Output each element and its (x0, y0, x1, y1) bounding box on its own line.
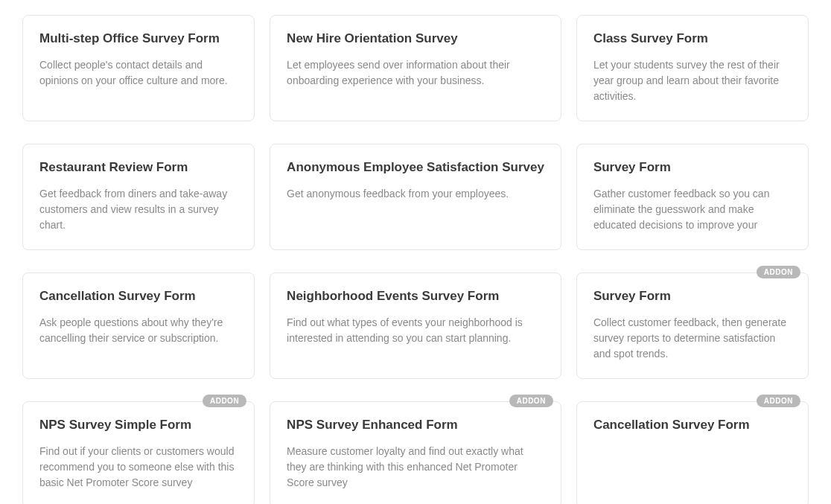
template-card[interactable]: Survey Form Gather customer feedback so … (576, 144, 809, 250)
template-card[interactable]: Cancellation Survey Form Ask people ques… (22, 272, 255, 379)
template-card-title: Anonymous Employee Satisfaction Survey (287, 159, 544, 176)
template-card-title: Class Survey Form (593, 31, 792, 47)
template-card-title: Cancellation Survey Form (39, 288, 238, 304)
template-card[interactable]: ADDON NPS Survey Enhanced Form Measure c… (270, 401, 561, 504)
addon-badge: ADDON (509, 395, 553, 407)
template-card[interactable]: Multi-step Office Survey Form Collect pe… (22, 15, 255, 121)
template-card-title: NPS Survey Simple Form (39, 417, 238, 433)
template-card-desc: Ask people questions about why they're c… (39, 315, 238, 346)
addon-badge: ADDON (757, 266, 800, 278)
template-card[interactable]: ADDON Cancellation Survey Form (576, 401, 809, 504)
template-card-title: Survey Form (593, 288, 792, 304)
template-card-title: New Hire Orientation Survey (287, 31, 544, 47)
template-card[interactable]: ADDON NPS Survey Simple Form Find out if… (22, 401, 255, 504)
template-card-title: Multi-step Office Survey Form (39, 31, 238, 47)
template-card-desc: Gather customer feedback so you can elim… (593, 186, 792, 233)
template-card-desc: Let employees send over information abou… (287, 57, 544, 89)
template-card-title: Survey Form (593, 159, 792, 176)
template-card-title: Restaurant Review Form (39, 159, 238, 176)
template-card-desc: Find out what types of events your neigh… (287, 315, 544, 346)
template-card-desc: Collect customer feedback, then generate… (593, 315, 792, 362)
template-card-title: Cancellation Survey Form (593, 417, 792, 433)
template-card-title: Neighborhood Events Survey Form (287, 288, 544, 304)
template-card[interactable]: Restaurant Review Form Get feedback from… (22, 144, 255, 250)
template-card[interactable]: Anonymous Employee Satisfaction Survey G… (270, 144, 561, 250)
addon-badge: ADDON (203, 395, 246, 407)
addon-badge: ADDON (757, 395, 800, 407)
template-card[interactable]: ADDON Survey Form Collect customer feedb… (576, 272, 809, 379)
template-card-desc: Find out if your clients or customers wo… (39, 444, 238, 491)
template-card-title: NPS Survey Enhanced Form (287, 417, 544, 433)
template-grid: Multi-step Office Survey Form Collect pe… (22, 15, 809, 504)
template-card-desc: Get anonymous feedback from your employe… (287, 186, 544, 202)
template-card-desc: Measure customer loyalty and find out ex… (287, 444, 544, 491)
template-card[interactable]: Neighborhood Events Survey Form Find out… (270, 272, 561, 379)
template-card-desc: Collect people's contact details and opi… (39, 57, 238, 89)
template-card[interactable]: Class Survey Form Let your students surv… (576, 15, 809, 121)
template-card-desc: Let your students survey the rest of the… (593, 57, 792, 104)
template-card[interactable]: New Hire Orientation Survey Let employee… (270, 15, 561, 121)
template-card-desc: Get feedback from diners and take-away c… (39, 186, 238, 233)
